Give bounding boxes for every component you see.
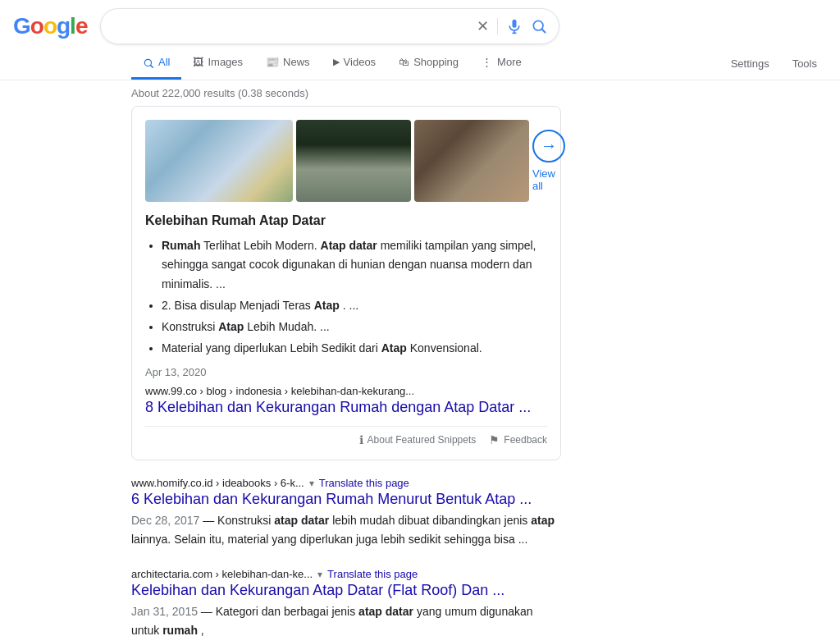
search-tab-icon [143, 56, 154, 69]
tools-button[interactable]: Tools [783, 51, 827, 76]
tab-all-label: All [158, 56, 170, 68]
result1-snippet: Dec 28, 2017 — Konstruksi atap datar leb… [131, 511, 561, 548]
videos-tab-icon: ▶ [333, 57, 340, 67]
snippet-bullet-3: Konstruksi Atap Lebih Mudah. ... [162, 318, 547, 337]
snippet-bullet-4: Material yang diperlukan Lebih Sedikit d… [162, 339, 547, 359]
news-tab-icon: 📰 [266, 56, 279, 68]
snippet-footer: ℹ About Featured Snippets ⚑ Feedback [145, 426, 547, 446]
svg-line-4 [542, 30, 546, 33]
feedback-button[interactable]: ⚑ Feedback [489, 433, 547, 446]
settings-button[interactable]: Settings [721, 51, 779, 76]
feedback-label: Feedback [504, 434, 547, 446]
snippet-bullet-1: Rumah Terlihat Lebih Modern. Atap datar … [162, 236, 547, 295]
google-logo[interactable]: Google [13, 13, 87, 39]
bullet3-bold: Atap [218, 320, 244, 333]
result2-snippet-bold1: atap datar [358, 605, 413, 618]
result1-title-link[interactable]: 6 Kelebihan dan Kekurangan Rumah Menurut… [131, 491, 561, 508]
tab-news[interactable]: 📰 News [254, 48, 322, 79]
bullet3-pre: Konstruksi [162, 320, 218, 333]
result2-dropdown-arrow[interactable]: ▾ [317, 569, 322, 580]
search-icons: ✕ [477, 18, 547, 34]
images-tab-icon: 🖼 [193, 56, 203, 68]
snippet-image-area [145, 120, 529, 202]
view-all-button[interactable]: → View all [532, 120, 565, 202]
flat-roof-image-1[interactable] [145, 120, 293, 202]
bullet2-pre: 2. Bisa disulap Menjadi Teras [162, 299, 314, 312]
flat-roof-image-2[interactable] [296, 120, 411, 202]
bullet4-post: Konvensional. [410, 341, 482, 355]
about-featured-snippets[interactable]: ℹ About Featured Snippets [359, 433, 477, 446]
tab-images[interactable]: 🖼 Images [181, 48, 254, 79]
svg-rect-0 [513, 20, 517, 28]
tab-shopping[interactable]: 🛍 Shopping [387, 48, 470, 79]
bullet3-post: Lebih Mudah. ... [247, 320, 329, 333]
result2-url: architectaria.com › kelebihan-dan-ke... [131, 568, 313, 580]
bullet1-bold1: Rumah [162, 239, 200, 252]
nav-bar: All 🖼 Images 📰 News ▶ Videos 🛍 Shopping … [0, 48, 840, 80]
bullet2-bold: Atap [314, 299, 340, 312]
result-item-1: www.homify.co.id › ideabooks › 6-k... ▾ … [131, 477, 561, 548]
snippet-bullet-list: Rumah Terlihat Lebih Modern. Atap datar … [145, 236, 547, 359]
tab-videos[interactable]: ▶ Videos [322, 48, 388, 79]
bullet1-text1: Terlihat Lebih Modern. [203, 239, 320, 252]
search-box: kelebihan atap rumah datar ✕ [100, 8, 559, 44]
feedback-icon: ⚑ [489, 433, 500, 446]
info-icon: ℹ [359, 433, 363, 446]
snippet-title: Kelebihan Rumah Atap Datar [145, 213, 547, 228]
result2-snippet-post: , [201, 624, 204, 636]
snippet-date: Apr 13, 2020 [145, 366, 547, 378]
result2-snippet-bold2: rumah [162, 624, 198, 636]
result1-url-line: www.homify.co.id › ideabooks › 6-k... ▾ … [131, 477, 561, 489]
more-dots-icon: ⋮ [482, 56, 493, 68]
result1-snippet-post: lainnya. Selain itu, material yang diper… [131, 533, 527, 546]
header: Google kelebihan atap rumah datar ✕ [0, 0, 840, 44]
result2-url-line: architectaria.com › kelebihan-dan-ke... … [131, 568, 561, 580]
result-item-2: architectaria.com › kelebihan-dan-ke... … [131, 568, 561, 636]
flat-roof-image-3[interactable] [414, 120, 529, 202]
tab-images-label: Images [208, 56, 243, 68]
tab-more[interactable]: ⋮ More [470, 48, 533, 79]
tab-shopping-label: Shopping [413, 56, 459, 68]
svg-line-6 [151, 65, 153, 67]
arrow-right-icon: → [541, 136, 557, 155]
result1-date: Dec 28, 2017 [131, 514, 199, 527]
main-content: → View all Kelebihan Rumah Atap Datar Ru… [0, 106, 574, 636]
result2-translate-link[interactable]: Translate this page [327, 568, 418, 580]
bullet1-bold2: Atap datar [321, 239, 377, 252]
snippet-result-link[interactable]: 8 Kelebihan dan Kekurangan Rumah dengan … [145, 399, 547, 416]
snippet-source-url: www.99.co › blog › indonesia › kelebihan… [145, 385, 547, 397]
microphone-icon[interactable] [506, 18, 523, 34]
snippet-bullet-2: 2. Bisa disulap Menjadi Teras Atap . ... [162, 296, 547, 316]
result2-snippet: Jan 31, 2015 — Kategori dan berbagai jen… [131, 602, 561, 636]
search-divider [497, 18, 498, 34]
result1-snippet-bold2: atap [531, 514, 555, 527]
result1-snippet-pre: — Konstruksi [203, 514, 274, 527]
result1-snippet-bold1: atap datar [274, 514, 329, 527]
featured-snippet: → View all Kelebihan Rumah Atap Datar Ru… [131, 106, 561, 461]
snippet-images-row: → View all [145, 120, 547, 202]
bullet2-post: . ... [343, 299, 358, 312]
result-stats: About 222,000 results (0.38 seconds) [0, 80, 840, 106]
result1-translate-link[interactable]: Translate this page [319, 477, 409, 489]
nav-right-buttons: Settings Tools [721, 51, 827, 76]
result1-dropdown-arrow[interactable]: ▾ [309, 478, 314, 489]
result2-date: Jan 31, 2015 [131, 605, 198, 618]
nav-tabs: All 🖼 Images 📰 News ▶ Videos 🛍 Shopping … [131, 48, 533, 80]
bullet4-pre: Material yang diperlukan Lebih Sedikit d… [162, 341, 381, 355]
tab-news-label: News [283, 56, 310, 68]
result1-snippet-mid: lebih mudah dibuat dibandingkan jenis [332, 514, 531, 527]
result2-title-link[interactable]: Kelebihan dan Kekurangan Atap Datar (Fla… [131, 582, 561, 599]
search-submit-icon[interactable] [531, 18, 547, 34]
result2-snippet-pre: — Kategori dan berbagai jenis [201, 605, 358, 618]
about-snippets-label: About Featured Snippets [368, 434, 477, 446]
view-all-label: View all [532, 167, 565, 192]
tab-all[interactable]: All [131, 48, 181, 80]
search-input[interactable]: kelebihan atap rumah datar [112, 19, 477, 34]
tab-videos-label: Videos [344, 56, 377, 68]
result1-url: www.homify.co.id › ideabooks › 6-k... [131, 477, 304, 489]
clear-icon[interactable]: ✕ [477, 19, 489, 34]
tab-more-label: More [497, 56, 522, 68]
shopping-tab-icon: 🛍 [399, 56, 409, 68]
view-all-arrow-circle: → [532, 130, 565, 162]
bullet4-bold: Atap [381, 341, 407, 355]
